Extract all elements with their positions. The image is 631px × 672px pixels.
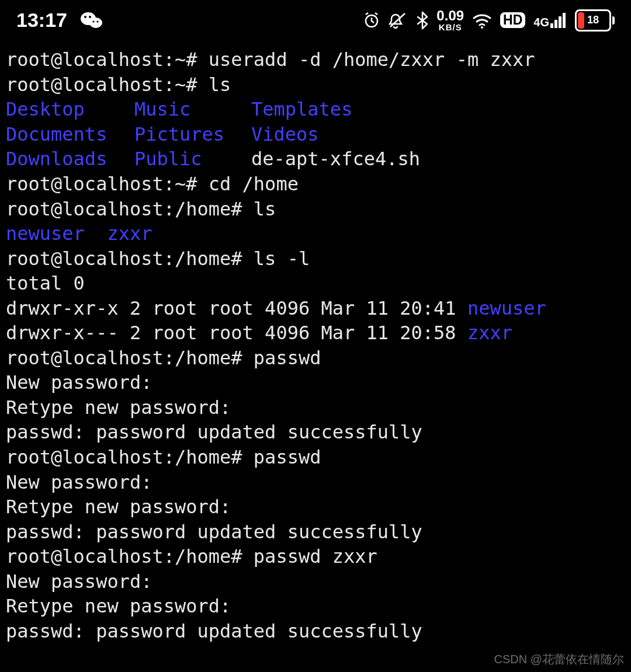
command-text: useradd -d /home/zxxr -m zxxr [209, 48, 535, 71]
file-meta: drwxr-x--- 2 root root 4096 Mar 11 20:58 [6, 322, 467, 344]
watermark-text: CSDN @花蕾依在情随尔 [494, 652, 624, 667]
output-text: Retype new password: [6, 396, 231, 419]
svg-point-3 [89, 16, 91, 18]
prompt: root@localhost:/home# [6, 446, 242, 468]
prompt: root@localhost:/home# [6, 248, 242, 270]
hd-badge: HD [500, 12, 525, 28]
svg-rect-11 [563, 13, 566, 28]
prompt: root@localhost:/home# [6, 198, 242, 220]
terminal-output[interactable]: root@localhost:~# useradd -d /home/zxxr … [0, 47, 631, 643]
network-speed-value: 0.09 [436, 9, 464, 23]
prompt: root@localhost:~# [6, 48, 197, 71]
svg-rect-10 [559, 16, 561, 28]
directory-name: Videos [251, 123, 319, 145]
command-text: ls [209, 74, 231, 96]
command-text: cd /home [209, 173, 299, 195]
svg-point-5 [96, 20, 98, 22]
wifi-icon [472, 12, 492, 29]
status-bar-right: 0.09 KB/S HD 4G 18 [363, 9, 615, 32]
prompt: root@localhost:/home# [6, 347, 242, 369]
prompt: root@localhost:/home# [6, 545, 242, 567]
output-text: Retype new password: [6, 595, 231, 617]
bluetooth-icon [417, 11, 428, 30]
output-text: total 0 [6, 272, 85, 294]
directory-name: newuser [6, 222, 85, 245]
directory-name: Downloads [6, 147, 134, 172]
output-text: passwd: password updated successfully [6, 421, 422, 443]
directory-name: Public [134, 147, 251, 172]
command-text: ls -l [254, 248, 310, 270]
output-text: New password: [6, 570, 152, 593]
cellular-indicator: 4G [533, 13, 567, 28]
directory-name: Pictures [134, 122, 251, 147]
battery-indicator: 18 [575, 9, 615, 32]
status-bar-left: 13:17 [16, 7, 103, 33]
output-text: New password: [6, 371, 152, 394]
clock-text: 13:17 [16, 7, 67, 33]
output-text: Retype new password: [6, 496, 231, 518]
directory-name: newuser [467, 297, 546, 319]
signal-bars-icon [550, 13, 567, 28]
directory-name: zxxr [107, 222, 152, 245]
output-text: passwd: password updated successfully [6, 521, 422, 543]
mute-icon [389, 12, 408, 29]
prompt: root@localhost:~# [6, 74, 197, 96]
svg-rect-9 [554, 20, 557, 28]
network-speed-unit: KB/S [439, 23, 462, 32]
svg-point-4 [92, 20, 94, 22]
command-text: passwd [254, 446, 321, 468]
status-bar: 13:17 0.09 KB/S HD 4G 18 [0, 0, 631, 47]
battery-percent-text: 18 [587, 13, 599, 27]
command-text: passwd zxxr [254, 545, 377, 567]
svg-point-7 [481, 26, 483, 29]
directory-name: Templates [251, 98, 352, 120]
output-text: passwd: password updated successfully [6, 620, 422, 642]
alarm-icon [363, 12, 380, 29]
command-text: ls [254, 198, 276, 220]
output-text: New password: [6, 471, 152, 493]
network-gen-label: 4G [533, 16, 549, 28]
svg-point-1 [89, 18, 102, 28]
directory-name: zxxr [467, 322, 512, 344]
directory-name: Documents [6, 122, 134, 147]
command-text: passwd [254, 347, 321, 369]
file-meta: drwxr-xr-x 2 root root 4096 Mar 11 20:41 [6, 297, 467, 319]
svg-point-2 [84, 16, 86, 18]
battery-fill [578, 12, 584, 29]
wechat-icon [80, 11, 103, 30]
file-name: de-apt-xfce4.sh [251, 148, 420, 170]
prompt: root@localhost:~# [6, 173, 197, 195]
directory-name: Music [134, 97, 251, 122]
directory-name: Desktop [6, 97, 134, 122]
svg-rect-8 [550, 23, 553, 28]
network-speed-indicator: 0.09 KB/S [436, 9, 464, 32]
